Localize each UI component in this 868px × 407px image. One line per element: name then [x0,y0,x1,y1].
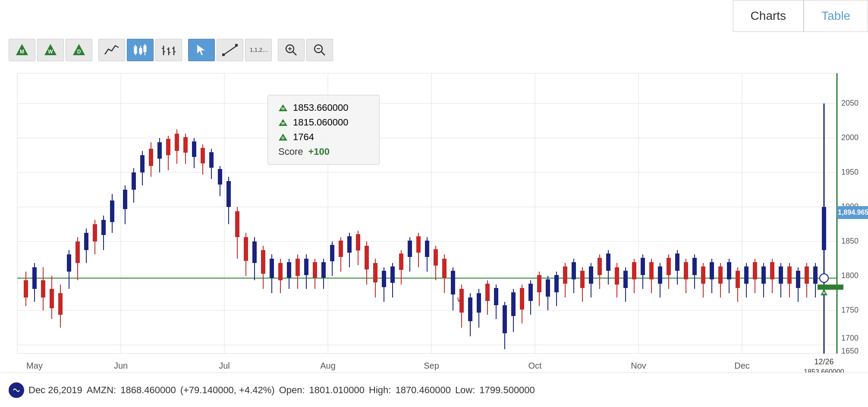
fibonacci-tool-button[interactable]: 1,1,2,... [245,39,272,61]
svg-text:1700: 1700 [841,334,859,342]
svg-rect-159 [416,236,421,253]
tab-charts[interactable]: Charts [733,0,804,31]
tooltip-m-value: 1853.660000 [293,102,348,113]
svg-rect-174 [477,293,481,313]
chart-area[interactable]: 2050 2000 1950 1900 1850 1800 1750 1700 … [0,69,868,373]
line-chart-button[interactable] [98,39,125,61]
candle-chart-button[interactable] [127,39,154,61]
svg-rect-131 [296,259,300,276]
svg-rect-234 [736,271,740,288]
price-circle [820,274,828,282]
svg-rect-222 [684,262,688,279]
svg-rect-105 [183,137,188,153]
svg-rect-119 [244,237,248,261]
view-tabs: Charts Table [733,0,868,32]
tooltip-d-row: D 1764 [278,131,369,143]
svg-rect-71 [32,267,37,289]
svg-text:Jul: Jul [219,361,230,370]
svg-rect-236 [744,266,748,284]
svg-rect-77 [58,293,63,315]
period-d-button[interactable]: D [66,39,92,61]
svg-text:W: W [281,121,285,125]
svg-line-22 [223,46,237,55]
svg-rect-151 [382,271,386,287]
cursor-tool-button[interactable] [188,39,215,61]
svg-rect-226 [701,266,705,284]
current-date-label: 12/26 [814,357,833,366]
svg-rect-97 [149,149,153,166]
svg-rect-246 [787,266,792,284]
score-label: Score [278,146,303,157]
svg-rect-228 [710,262,714,279]
status-price: 1868.460000 [120,385,176,396]
svg-rect-188 [537,275,541,292]
tab-table[interactable]: Table [804,0,868,31]
d-icon: D [278,133,288,141]
svg-rect-23 [222,53,225,56]
svg-rect-107 [192,141,196,157]
svg-rect-81 [75,241,80,263]
svg-rect-109 [201,148,205,163]
svg-rect-167 [451,271,455,294]
score-value: +100 [308,146,330,157]
svg-rect-200 [589,266,593,284]
svg-text:Nov: Nov [631,361,646,370]
svg-text:1750: 1750 [841,306,859,314]
svg-rect-161 [425,241,429,257]
svg-rect-141 [339,241,343,257]
svg-text:Sep: Sep [424,361,439,370]
svg-rect-121 [252,241,257,263]
svg-rect-192 [554,275,559,292]
svg-rect-69 [24,280,28,297]
svg-rect-113 [218,169,222,185]
status-icon [9,382,24,398]
svg-rect-176 [485,284,490,301]
period-w-button[interactable]: W [37,39,64,61]
signal-bar [818,285,843,290]
svg-text:D: D [282,136,285,140]
svg-rect-248 [796,271,800,288]
svg-rect-204 [606,254,610,271]
status-low: 1799.500000 [479,385,535,396]
svg-rect-24 [235,44,238,47]
svg-text:1950: 1950 [841,168,859,176]
svg-rect-155 [399,254,403,270]
svg-rect-143 [347,236,352,253]
svg-text:M: M [281,106,285,111]
svg-rect-79 [67,254,71,272]
trend-tool-button[interactable] [217,39,243,61]
signal-tooltip: M 1853.660000 W 1815.060000 D 1764 Score… [267,95,380,165]
svg-rect-125 [270,259,274,278]
svg-rect-232 [727,262,731,279]
tooltip-score: Score +100 [278,146,369,157]
svg-rect-252 [813,266,818,284]
status-bar: Dec 26,2019 AMZN: 1868.460000 (+79.14000… [0,373,868,407]
svg-rect-75 [50,289,54,308]
svg-rect-186 [528,284,533,301]
period-m-button[interactable]: M [9,39,35,61]
svg-rect-210 [632,262,636,279]
svg-rect-149 [373,263,377,282]
svg-rect-216 [658,266,662,284]
svg-rect-129 [287,262,291,278]
svg-text:1800: 1800 [841,271,859,280]
svg-rect-182 [511,292,516,316]
svg-rect-157 [408,241,412,257]
svg-rect-212 [641,258,645,275]
svg-rect-220 [675,254,679,271]
svg-rect-242 [770,262,774,279]
zoom-out-button[interactable] [306,39,333,61]
svg-rect-165 [442,259,447,278]
svg-marker-21 [197,45,205,55]
svg-rect-145 [356,234,360,250]
svg-rect-202 [598,258,602,275]
bar-chart-button[interactable] [155,39,182,61]
svg-rect-171 [468,297,472,321]
svg-rect-139 [330,245,334,261]
svg-rect-101 [166,139,170,155]
svg-text:2000: 2000 [841,133,859,142]
zoom-in-button[interactable] [278,39,305,61]
svg-rect-178 [494,288,498,305]
current-price-text: 1,894.9650 [838,209,868,216]
svg-rect-254 [822,207,826,250]
